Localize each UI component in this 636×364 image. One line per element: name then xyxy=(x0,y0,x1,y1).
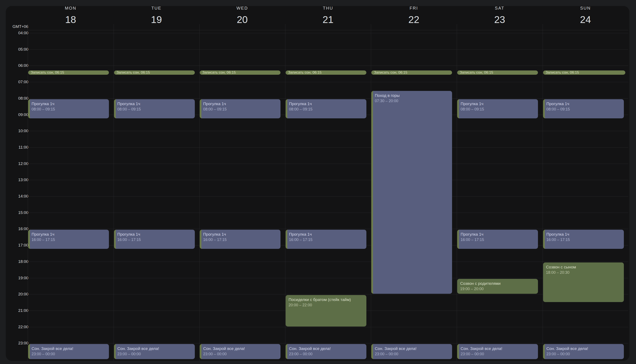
event-time: 16:00 – 17:15 xyxy=(546,237,622,242)
day-number[interactable]: 18 xyxy=(65,14,76,25)
day-column[interactable] xyxy=(28,30,114,361)
task-pill-label: Записать сон, 06:15 xyxy=(374,70,407,74)
event-time: 20:00 – 22:00 xyxy=(289,302,364,308)
event-block[interactable]: Прогулка 1ч 08:00 – 09:15 xyxy=(114,99,195,118)
event-block[interactable]: Прогулка 1ч 08:00 – 09:15 xyxy=(543,99,624,118)
time-label: 19:00 xyxy=(18,276,28,280)
day-number[interactable]: 19 xyxy=(151,14,162,25)
event-title: Прогулка 1ч xyxy=(203,232,278,237)
day-number[interactable]: 22 xyxy=(408,14,419,25)
event-time: 08:00 – 09:15 xyxy=(117,107,193,112)
event-block[interactable]: Сон. Закрой все дела! 23:00 – 00:00 xyxy=(286,344,366,359)
day-number[interactable]: 20 xyxy=(237,14,248,25)
event-block[interactable]: Прогулка 1ч 16:00 – 17:15 xyxy=(200,230,281,249)
event-title: Созвон с родителями xyxy=(460,281,536,286)
event-title: Прогулка 1ч xyxy=(546,101,622,107)
task-pill[interactable]: Записать сон, 06:15 xyxy=(457,70,538,75)
event-time: 08:00 – 09:15 xyxy=(461,107,536,112)
event-block[interactable]: Сон. Закрой все дела! 23:00 – 00:00 xyxy=(200,344,281,359)
event-title: Посиделки с братом (стейк тайм) xyxy=(289,297,364,302)
time-label: 10:00 xyxy=(18,128,28,133)
event-title: Поход в горы xyxy=(375,93,450,98)
event-block[interactable]: Сон. Закрой все дела! 23:00 – 00:00 xyxy=(543,344,624,359)
event-title: Прогулка 1ч xyxy=(32,101,107,107)
time-label: 13:00 xyxy=(18,178,28,182)
event-block[interactable]: Прогулка 1ч 08:00 – 09:15 xyxy=(200,99,281,118)
event-time: 16:00 – 17:15 xyxy=(289,237,364,242)
event-time: 16:00 – 17:15 xyxy=(461,237,536,242)
event-title: Прогулка 1ч xyxy=(546,232,622,237)
task-pill-label: Записать сон, 06:15 xyxy=(202,70,236,74)
task-pill[interactable]: Записать сон, 06:15 xyxy=(286,70,366,75)
time-label: 11:00 xyxy=(19,145,28,150)
event-block[interactable]: Созвон с сыном 18:00 – 20:30 xyxy=(543,262,624,302)
event-block[interactable]: Прогулка 1ч 16:00 – 17:15 xyxy=(543,230,624,249)
event-block[interactable]: Сон. Закрой все дела! 23:00 – 00:00 xyxy=(371,344,452,359)
time-label: 08:00 xyxy=(18,96,28,101)
task-pill-label: Записать сон, 06:15 xyxy=(460,70,493,74)
time-label: 12:00 xyxy=(18,161,28,166)
day-column[interactable] xyxy=(457,30,543,361)
event-block[interactable]: Посиделки с братом (стейк тайм) 20:00 – … xyxy=(286,295,366,326)
task-pill-label: Записать сон, 06:15 xyxy=(546,70,579,74)
event-block[interactable]: Созвон с родителями 19:00 – 20:00 xyxy=(457,279,538,294)
event-title: Созвон с сыном xyxy=(546,264,622,270)
task-pill[interactable]: Записать сон, 06:15 xyxy=(114,70,195,75)
day-column[interactable] xyxy=(543,30,628,361)
timezone-label: GMT+06 xyxy=(13,24,28,29)
event-block[interactable]: Прогулка 1ч 16:00 – 17:15 xyxy=(286,230,366,249)
task-pill[interactable]: Записать сон, 06:15 xyxy=(28,70,109,75)
event-title: Прогулка 1ч xyxy=(289,101,364,107)
event-time: 08:00 – 09:15 xyxy=(32,107,107,112)
day-column[interactable] xyxy=(199,30,285,361)
event-block[interactable]: Прогулка 1ч 08:00 – 09:15 xyxy=(28,99,109,118)
task-pill[interactable]: Записать сон, 06:15 xyxy=(543,70,625,75)
event-block[interactable]: Сон. Закрой все дела! 23:00 – 00:00 xyxy=(457,344,538,359)
day-number[interactable]: 23 xyxy=(494,14,505,25)
event-block[interactable]: Сон. Закрой все дела! 23:00 – 00:00 xyxy=(114,344,195,359)
task-pill-label: Записать сон, 06:15 xyxy=(117,70,150,74)
event-time: 16:00 – 17:15 xyxy=(203,237,278,242)
event-time: 08:00 – 09:15 xyxy=(203,107,278,112)
event-block[interactable]: Поход в горы 07:30 – 20:00 xyxy=(371,91,452,294)
event-block[interactable]: Прогулка 1ч 08:00 – 09:15 xyxy=(286,99,366,118)
task-pill-label: Записать сон, 06:15 xyxy=(288,70,322,74)
day-name: TUE xyxy=(151,6,161,11)
event-block[interactable]: Прогулка 1ч 08:00 – 09:15 xyxy=(457,99,538,118)
time-label: 22:00 xyxy=(18,324,28,329)
time-label: 18:00 xyxy=(18,259,28,264)
event-time: 23:00 – 00:00 xyxy=(117,352,193,357)
day-name: MON xyxy=(65,6,76,11)
event-time: 23:00 – 00:00 xyxy=(203,352,278,357)
event-title: Сон. Закрой все дела! xyxy=(117,346,193,352)
event-title: Сон. Закрой все дела! xyxy=(32,346,107,352)
event-title: Сон. Закрой все дела! xyxy=(203,346,278,352)
day-number[interactable]: 24 xyxy=(580,14,591,25)
event-title: Прогулка 1ч xyxy=(117,101,193,107)
time-label: 05:00 xyxy=(18,47,28,52)
time-label: 23:00 xyxy=(18,341,28,346)
task-pill[interactable]: Записать сон, 06:15 xyxy=(371,70,452,75)
event-time: 23:00 – 00:00 xyxy=(461,352,536,357)
event-title: Сон. Закрой все дела! xyxy=(289,346,364,352)
calendar-week-view: { "timezone_label": "GMT+06", "hours": [… xyxy=(0,0,636,364)
event-block[interactable]: Сон. Закрой все дела! 23:00 – 00:00 xyxy=(28,344,109,359)
event-block[interactable]: Прогулка 1ч 16:00 – 17:15 xyxy=(457,230,538,249)
event-time: 08:00 – 09:15 xyxy=(546,107,622,112)
event-time: 18:00 – 20:30 xyxy=(546,270,622,275)
day-column[interactable] xyxy=(114,30,199,361)
day-name: THU xyxy=(323,6,333,11)
task-pill[interactable]: Записать сон, 06:15 xyxy=(200,70,281,75)
time-label: 07:00 xyxy=(18,80,28,84)
event-block[interactable]: Прогулка 1ч 16:00 – 17:15 xyxy=(28,230,109,249)
task-pill-label: Записать сон, 06:15 xyxy=(31,70,64,74)
event-title: Прогулка 1ч xyxy=(461,232,536,237)
time-label: 15:00 xyxy=(18,210,28,215)
event-time: 16:00 – 17:15 xyxy=(117,237,193,242)
time-label: 04:00 xyxy=(18,31,28,35)
event-block[interactable]: Прогулка 1ч 16:00 – 17:15 xyxy=(114,230,195,249)
time-label: 14:00 xyxy=(18,194,28,198)
event-time: 19:00 – 20:00 xyxy=(460,286,536,292)
day-number[interactable]: 21 xyxy=(323,14,334,25)
day-name: FRI xyxy=(410,6,418,11)
